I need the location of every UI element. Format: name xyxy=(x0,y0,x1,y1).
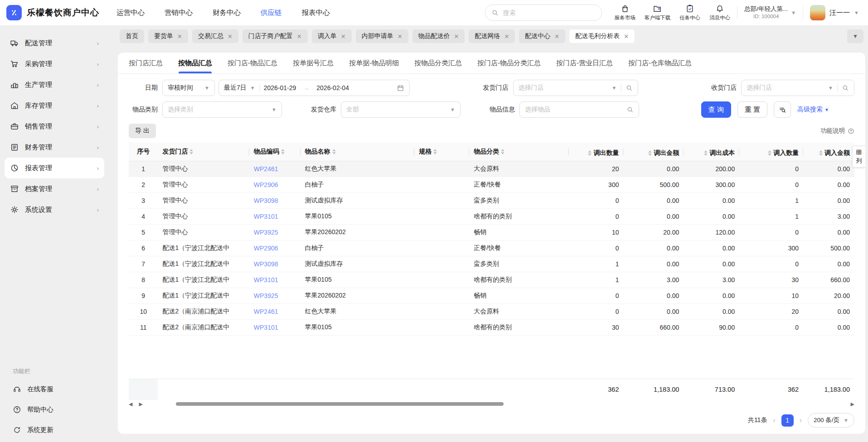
table-row[interactable]: 4 管理中心 WP3101 苹果0105 啥都有的类别 0 0.00 0.00 … xyxy=(129,209,854,225)
subtab-by-item-category[interactable]: 按物品分类汇总 xyxy=(414,53,462,73)
close-icon[interactable]: ✕ xyxy=(504,34,509,39)
close-icon[interactable]: ✕ xyxy=(177,34,182,39)
warehouse-select[interactable]: 全部▼ xyxy=(341,101,461,118)
scroll-right-button[interactable]: ▶ xyxy=(139,402,142,407)
client-download-button[interactable]: 客户端下载 xyxy=(645,4,671,21)
sidebar-item-sales[interactable]: 销售管理› xyxy=(5,116,104,137)
recv-store-select[interactable]: 选择门店 ▼ xyxy=(741,80,854,96)
close-icon[interactable]: ✕ xyxy=(228,34,233,39)
cell-item-code-link[interactable]: WP2461 xyxy=(249,304,301,320)
nav-supply-chain[interactable]: 供应链 xyxy=(261,8,282,18)
close-icon[interactable]: ✕ xyxy=(454,34,459,39)
close-icon[interactable]: ✕ xyxy=(297,34,302,39)
scrollbar-thumb[interactable] xyxy=(176,402,504,406)
sidebar-item-inventory[interactable]: 库存管理› xyxy=(5,95,104,116)
cell-item-code-link[interactable]: WP2906 xyxy=(249,177,301,193)
nav-reports[interactable]: 报表中心 xyxy=(302,8,330,18)
nav-operations[interactable]: 运营中心 xyxy=(116,8,145,18)
close-icon[interactable]: ✕ xyxy=(398,34,402,39)
cell-item-code-link[interactable]: WP2461 xyxy=(249,161,301,177)
col-header-spec[interactable]: 规格 xyxy=(414,143,469,161)
feature-help-link[interactable]: 功能说明 xyxy=(820,127,854,135)
col-header-out-cost[interactable]: 调出成本 xyxy=(684,143,739,161)
subtab-by-store-warehouse-item[interactable]: 按门店-仓库物品汇总 xyxy=(628,53,692,73)
tab-item-delivery-price[interactable]: 物品配送价✕ xyxy=(412,29,465,43)
search-icon[interactable] xyxy=(626,84,633,91)
close-icon[interactable]: ✕ xyxy=(624,34,629,39)
message-center-button[interactable]: 消息中心 xyxy=(709,4,730,21)
table-row[interactable]: 8 配送1（宁波江北配送中 WP3101 苹果0105 啥都有的类别 1 3.0… xyxy=(129,272,854,288)
sidebar-item-settings[interactable]: 系统设置› xyxy=(5,199,104,220)
table-row[interactable]: 2 管理中心 WP2906 白柚子 正餐/快餐 300 500.00 300.0… xyxy=(129,177,854,193)
global-search[interactable] xyxy=(485,5,602,21)
tab-home[interactable]: 首页 xyxy=(120,29,144,43)
system-update-button[interactable]: 系统更新 xyxy=(0,420,109,440)
search-button[interactable]: 查 询 xyxy=(701,101,731,118)
col-header-in-qty[interactable]: 调入数量 xyxy=(739,143,803,161)
subtab-by-doc-item-detail[interactable]: 按单据-物品明细 xyxy=(349,53,399,73)
table-row[interactable]: 11 配送2（南京浦口配送中 WP3101 苹果0105 啥都有的类别 30 6… xyxy=(129,320,854,336)
category-select[interactable]: 选择类别▼ xyxy=(162,101,282,118)
tab-store-submerchant-config[interactable]: 门店子商户配置✕ xyxy=(242,29,308,43)
close-icon[interactable]: ✕ xyxy=(341,34,346,39)
column-settings-tab[interactable]: 列 xyxy=(852,146,865,168)
sidebar-item-purchasing[interactable]: 采购管理› xyxy=(5,53,104,74)
advanced-search-link[interactable]: 高级搜索▼ xyxy=(797,106,829,114)
date-range-picker[interactable]: 最近7日▼ 2026-01-29 → 2026-02-04 xyxy=(218,80,410,96)
tab-delivery-network[interactable]: 配送网络✕ xyxy=(469,29,515,43)
close-icon[interactable]: ✕ xyxy=(554,34,559,39)
scroll-right-end-button[interactable]: ▶ xyxy=(851,402,854,407)
scroll-left-button[interactable]: ◀ xyxy=(129,402,132,407)
global-search-input[interactable] xyxy=(502,9,596,17)
subtab-by-store-item[interactable]: 按门店-物品汇总 xyxy=(228,53,277,73)
cell-item-code-link[interactable]: WP3925 xyxy=(249,225,301,240)
next-page-button[interactable]: › xyxy=(800,416,802,424)
ship-store-select[interactable]: 选择门店 ▼ xyxy=(513,80,638,96)
nav-finance[interactable]: 财务中心 xyxy=(213,8,241,18)
col-header-ship-store[interactable]: 发货门店 xyxy=(158,143,249,161)
export-button[interactable]: 导 出 xyxy=(129,124,156,138)
online-support-button[interactable]: 在线客服 xyxy=(0,379,109,399)
subtab-by-doc-no[interactable]: 按单据号汇总 xyxy=(293,53,334,73)
item-search-input[interactable]: 选择物品 xyxy=(519,101,639,118)
table-row[interactable]: 7 配送1（宁波江北配送中 WP3098 测试虚拟库存 蛮多类别 1 0.00 … xyxy=(129,256,854,272)
service-market-button[interactable]: 服务市场 xyxy=(615,4,635,21)
sidebar-item-delivery[interactable]: 配送管理› xyxy=(5,33,104,53)
tab-list-dropdown-button[interactable]: ▼ xyxy=(847,29,863,43)
help-center-button[interactable]: 帮助中心 xyxy=(0,399,109,420)
sidebar-item-reports[interactable]: 报表管理› xyxy=(5,158,104,178)
tab-delivery-center[interactable]: 配送中心✕ xyxy=(519,29,565,43)
col-header-item-category[interactable]: 物品分类 xyxy=(469,143,569,161)
sidebar-item-production[interactable]: 生产管理› xyxy=(5,74,104,95)
col-header-out-amount[interactable]: 调出金额 xyxy=(623,143,684,161)
subtab-by-item[interactable]: 按物品汇总 xyxy=(178,53,212,73)
table-row[interactable]: 1 管理中心 WP2461 红色大苹果 大会原料 20 0.00 200.00 … xyxy=(129,161,854,177)
saved-filters-button[interactable] xyxy=(774,101,791,118)
table-row[interactable]: 9 配送1（宁波江北配送中 WP3925 苹果20260202 畅销 0 0.0… xyxy=(129,288,854,304)
org-switcher[interactable]: 总部/年轻人第... ID: 100004 ▼ xyxy=(744,5,796,19)
tab-order-request[interactable]: 要货单✕ xyxy=(148,29,188,43)
cell-item-code-link[interactable]: WP3101 xyxy=(249,209,301,225)
sidebar-item-archives[interactable]: 档案管理› xyxy=(5,178,104,199)
cell-item-code-link[interactable]: WP3098 xyxy=(249,193,301,209)
col-header-in-amount[interactable]: 调入金额 xyxy=(803,143,854,161)
reset-button[interactable]: 重 置 xyxy=(737,101,767,118)
cell-item-code-link[interactable]: WP3101 xyxy=(249,272,301,288)
tab-delivery-gross-profit[interactable]: 配送毛利分析表✕ xyxy=(569,29,635,43)
tab-transfer-in[interactable]: 调入单✕ xyxy=(312,29,352,43)
tab-internal-request[interactable]: 内部申请单✕ xyxy=(356,29,408,43)
subtab-by-store-item-category[interactable]: 按门店-物品分类汇总 xyxy=(477,53,541,73)
current-page-button[interactable]: 1 xyxy=(781,414,794,427)
search-icon[interactable] xyxy=(842,84,849,91)
tab-trade-summary[interactable]: 交易汇总✕ xyxy=(192,29,238,43)
cell-item-code-link[interactable]: WP3098 xyxy=(249,256,301,272)
page-size-select[interactable]: 200 条/页▼ xyxy=(808,413,854,428)
table-row[interactable]: 10 配送2（南京浦口配送中 WP2461 红色大苹果 大会原料 0 0.00 … xyxy=(129,304,854,320)
subtab-by-store-business-day[interactable]: 按门店-营业日汇总 xyxy=(556,53,613,73)
col-header-out-qty[interactable]: 调出数量 xyxy=(569,143,624,161)
app-logo[interactable]: 乐檬餐饮商户中心 xyxy=(0,5,110,20)
col-header-item-code[interactable]: 物品编码 xyxy=(249,143,301,161)
cell-item-code-link[interactable]: WP3101 xyxy=(249,320,301,336)
nav-marketing[interactable]: 营销中心 xyxy=(165,8,193,18)
prev-page-button[interactable]: ‹ xyxy=(773,416,775,424)
